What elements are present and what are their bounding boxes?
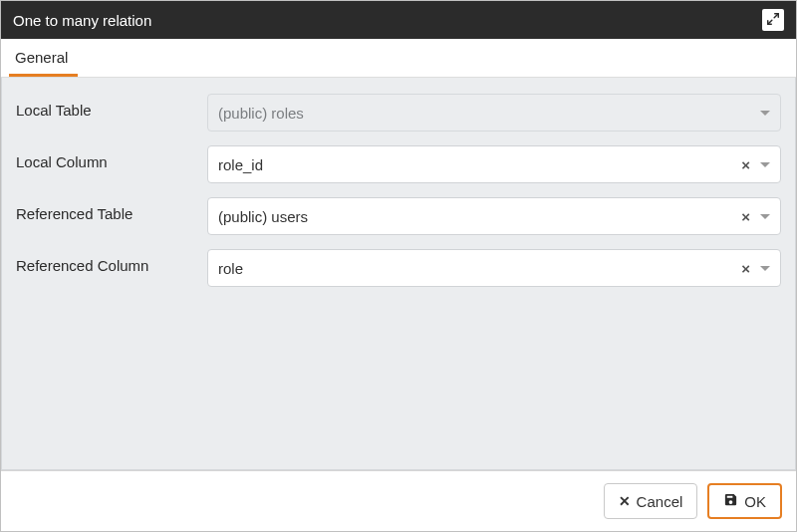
label-local-column: Local Column xyxy=(16,145,195,170)
dialog-footer: ✕ Cancel OK xyxy=(1,470,796,531)
select-local-column[interactable]: role_id × xyxy=(207,145,781,183)
form-content: Local Table (public) roles Local Column … xyxy=(1,78,796,470)
clear-icon[interactable]: × xyxy=(741,157,750,172)
relation-dialog: One to many relation General Local Table… xyxy=(0,0,797,532)
label-referenced-table: Referenced Table xyxy=(16,197,195,222)
cancel-button[interactable]: ✕ Cancel xyxy=(604,483,698,519)
select-referenced-column[interactable]: role × xyxy=(207,249,781,287)
expand-button[interactable] xyxy=(762,9,784,31)
select-referenced-table-actions: × xyxy=(741,209,770,224)
tab-bar: General xyxy=(1,39,796,78)
select-local-table-value: (public) roles xyxy=(218,105,760,122)
field-local-table: Local Table (public) roles xyxy=(16,94,781,132)
select-referenced-table[interactable]: (public) users × xyxy=(207,197,781,235)
tab-general[interactable]: General xyxy=(9,39,78,77)
save-icon xyxy=(723,492,738,510)
label-local-table: Local Table xyxy=(16,94,195,119)
clear-icon[interactable]: × xyxy=(741,209,750,224)
select-referenced-table-value: (public) users xyxy=(218,208,741,225)
chevron-down-icon[interactable] xyxy=(760,214,770,219)
select-referenced-column-actions: × xyxy=(741,261,770,276)
field-local-column: Local Column role_id × xyxy=(16,145,781,183)
expand-icon xyxy=(766,12,780,29)
chevron-down-icon xyxy=(760,111,770,116)
select-local-table-actions xyxy=(760,111,770,116)
select-local-column-actions: × xyxy=(741,157,770,172)
titlebar: One to many relation xyxy=(1,1,796,39)
cancel-button-label: Cancel xyxy=(637,493,683,510)
dialog-title: One to many relation xyxy=(13,12,151,29)
chevron-down-icon[interactable] xyxy=(760,162,770,167)
chevron-down-icon[interactable] xyxy=(760,266,770,271)
close-icon: ✕ xyxy=(619,493,631,509)
field-referenced-column: Referenced Column role × xyxy=(16,249,781,287)
select-local-column-value: role_id xyxy=(218,156,741,173)
field-referenced-table: Referenced Table (public) users × xyxy=(16,197,781,235)
ok-button[interactable]: OK xyxy=(707,483,782,519)
label-referenced-column: Referenced Column xyxy=(16,249,195,274)
tab-general-label: General xyxy=(15,49,68,66)
select-referenced-column-value: role xyxy=(218,260,741,277)
select-local-table: (public) roles xyxy=(207,94,781,132)
clear-icon[interactable]: × xyxy=(741,261,750,276)
ok-button-label: OK xyxy=(744,493,766,510)
